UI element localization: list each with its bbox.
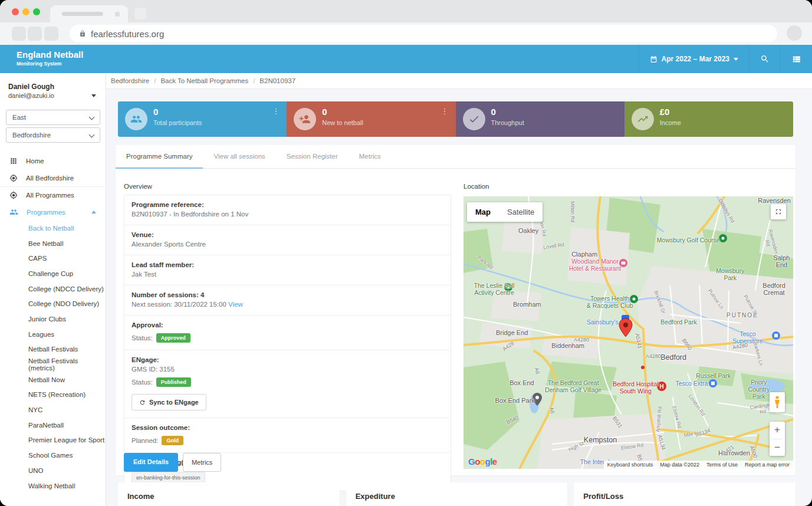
google-logo-letter: e xyxy=(492,456,497,466)
expediture-card: Expediture xyxy=(346,482,568,506)
forward-button[interactable] xyxy=(28,27,42,41)
sidebar-programme-item[interactable]: ParaNetball xyxy=(0,418,106,433)
fullscreen-button[interactable] xyxy=(771,204,786,219)
sidebar-programme-item[interactable]: Leagues xyxy=(0,327,106,342)
back-button[interactable] xyxy=(12,27,26,41)
new-tab-button[interactable] xyxy=(134,8,146,19)
tab[interactable]: Session Register xyxy=(276,145,349,169)
map-attribution: Keyboard shortcuts Map data ©2022 Terms … xyxy=(604,461,793,469)
stat-value: 0 xyxy=(491,107,496,117)
google-map[interactable]: H RavensdenOakleyClaphamSalph End xyxy=(463,196,793,469)
sidebar-programme-item[interactable]: Back to Netball xyxy=(0,221,106,236)
sidebar-programme-item[interactable]: NETS (Recreation) xyxy=(0,387,106,403)
sidebar-item-all-bedfordshire[interactable]: All Bedfordshire xyxy=(0,169,106,186)
report-map-error-link[interactable]: Report a map error xyxy=(741,462,793,468)
close-window-button[interactable] xyxy=(12,8,19,15)
date-range-selector[interactable]: Apr 2022 – Mar 2023 xyxy=(639,45,749,73)
programme-tag-chip: en-banking-for-this-session xyxy=(132,472,205,484)
tab-label: View all sessions xyxy=(213,153,265,160)
satellite-view-button[interactable]: Satellite xyxy=(499,202,543,222)
breadcrumb-item[interactable]: Back To Netball Programmes xyxy=(149,77,248,84)
expediture-card-title: Expediture xyxy=(356,492,558,501)
metrics-button[interactable]: Metrics xyxy=(183,453,221,472)
people-icon xyxy=(9,208,18,216)
sidebar-programme-item[interactable]: Netball Now xyxy=(0,372,106,387)
venue-row: Venue: Alexander Sports Centre xyxy=(124,225,451,255)
view-session-link[interactable]: View xyxy=(228,301,243,308)
tab[interactable]: View all sessions xyxy=(203,145,275,169)
sidebar-programme-item[interactable]: CAPS xyxy=(0,251,106,266)
sidebar-programme-item[interactable]: College (NDCC Delivery) xyxy=(0,281,106,297)
sessions-count-label: Number of sessions: 4 xyxy=(132,291,443,298)
sidebar-programme-item[interactable]: Netball Festivals xyxy=(0,342,106,357)
target-icon xyxy=(9,191,18,199)
user-email: daniel@azuki.io xyxy=(8,92,54,99)
lock-icon xyxy=(79,30,86,37)
sidebar-programme-label: Junior Clubs xyxy=(28,316,66,323)
check-icon xyxy=(463,108,485,130)
google-logo-letter: g xyxy=(485,456,491,466)
income-card-title: Income xyxy=(127,492,330,501)
keyboard-shortcuts-link[interactable]: Keyboard shortcuts xyxy=(604,462,657,468)
engage-status-badge: Published xyxy=(156,377,191,387)
stat-value: 0 xyxy=(322,107,327,117)
tab[interactable]: Metrics xyxy=(349,145,392,169)
reload-button[interactable] xyxy=(44,27,58,41)
sessions-row: Number of sessions: 4 Next session: 30/1… xyxy=(124,285,451,316)
zoom-out-button[interactable]: − xyxy=(770,439,785,456)
sync-to-engage-button[interactable]: Sync to ENgage xyxy=(132,394,206,410)
lead-staff-label: Lead staff member: xyxy=(132,261,443,268)
browser-tab[interactable] xyxy=(50,5,128,22)
sidebar-programme-item[interactable]: UNO xyxy=(0,463,106,478)
user-menu-caret-icon[interactable] xyxy=(91,94,96,97)
sidebar-programme-item[interactable]: Netball Festivals (metrics) xyxy=(0,357,106,372)
edit-details-button[interactable]: Edit Details xyxy=(124,453,178,472)
sidebar-item-label: All Programmes xyxy=(26,192,74,199)
planned-label: Planned: xyxy=(132,437,158,444)
minimize-window-button[interactable] xyxy=(22,8,29,15)
fullscreen-icon xyxy=(774,208,783,216)
county-select[interactable]: Bedfordshire xyxy=(6,127,100,143)
kebab-menu-icon[interactable]: ⋮ xyxy=(441,107,449,115)
sidebar-programme-item[interactable]: College (NDO Delivery) xyxy=(0,296,106,311)
sidebar-item-home[interactable]: Home xyxy=(0,152,106,169)
terms-of-use-link[interactable]: Terms of Use xyxy=(703,462,741,468)
google-logo-letter: o xyxy=(475,456,480,466)
sidebar-programme-item[interactable]: Bee Netball xyxy=(0,236,106,251)
income-card: Income xyxy=(118,482,340,506)
region-select[interactable]: East xyxy=(6,110,100,125)
google-logo-letter: o xyxy=(480,456,485,466)
address-bar[interactable]: fearlessfutures.org xyxy=(70,25,777,42)
tab-label: Metrics xyxy=(359,153,381,160)
sidebar-programme-label: Back to Netball xyxy=(28,225,74,232)
sidebar-item-programmes[interactable]: Programmes xyxy=(0,203,106,221)
tab-close-button[interactable] xyxy=(115,12,120,17)
sidebar-programme-item[interactable]: Walking Netball xyxy=(0,478,106,494)
sidebar-programme-item[interactable]: NYC xyxy=(0,402,106,418)
pegman-control[interactable] xyxy=(770,392,785,412)
breadcrumb-item[interactable]: B2N010937 xyxy=(248,77,295,84)
sidebar-item-label: Home xyxy=(26,157,44,165)
sidebar-programme-label: Bee Netball xyxy=(28,240,63,247)
sidebar-programme-item[interactable]: Premier League for Sport xyxy=(0,433,106,448)
list-view-button[interactable] xyxy=(780,45,812,73)
stat-value: 0 xyxy=(153,107,158,117)
kebab-menu-icon[interactable]: ⋮ xyxy=(272,107,280,115)
person-add-icon xyxy=(294,108,316,130)
zoom-in-button[interactable]: + xyxy=(770,422,785,439)
sidebar-programme-item[interactable]: Junior Clubs xyxy=(0,311,106,327)
sync-button-label: Sync to ENgage xyxy=(149,399,199,406)
maximize-window-button[interactable] xyxy=(33,8,40,15)
search-button[interactable] xyxy=(749,45,780,73)
app-header: England Netball Monitoring System Apr 20… xyxy=(0,45,812,73)
sidebar-programme-item[interactable]: School Games xyxy=(0,448,106,463)
sidebar-item-all-programmes[interactable]: All Programmes xyxy=(0,186,106,203)
sidebar-programme-item[interactable]: Challenge Cup xyxy=(0,266,106,281)
tab[interactable]: Programme Summary xyxy=(116,145,203,169)
grid-icon xyxy=(9,157,18,165)
map-view-button[interactable]: Map xyxy=(467,202,499,222)
tab-title-placeholder xyxy=(62,12,103,16)
calendar-icon xyxy=(650,55,658,63)
breadcrumb-item[interactable]: Bedfordshire xyxy=(111,77,149,84)
browser-profile-avatar[interactable] xyxy=(787,25,802,41)
